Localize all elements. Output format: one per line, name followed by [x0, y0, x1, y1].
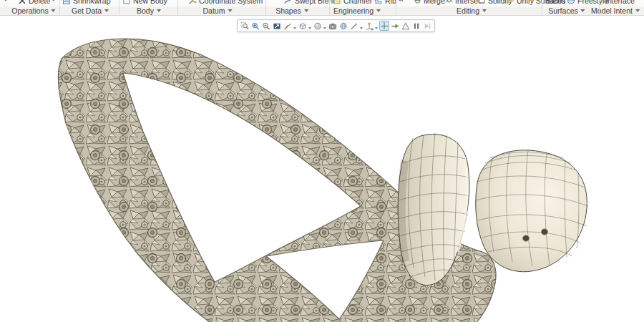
chevron-down-icon[interactable]	[323, 27, 326, 29]
annotation-display-icon[interactable]	[349, 21, 359, 31]
datum-display-icon[interactable]	[364, 21, 374, 31]
group-separator	[329, 0, 330, 15]
chevron-down-icon	[635, 9, 640, 12]
new-body-icon	[122, 0, 131, 5]
refit-icon[interactable]	[272, 21, 282, 31]
group-label-shapes[interactable]: Shapes	[275, 6, 308, 15]
freestyle-button[interactable]: Freestyle	[567, 0, 608, 6]
geometry-display-icon[interactable]	[401, 21, 411, 31]
intersect-icon	[445, 0, 453, 4]
swept-blend-icon	[284, 0, 293, 5]
named-views-icon[interactable]	[298, 21, 308, 31]
blend-button[interactable]: Blend	[546, 0, 565, 6]
repaint-icon[interactable]	[283, 21, 293, 31]
solidify-icon	[478, 0, 486, 4]
group-label-operations[interactable]: Operations	[11, 6, 55, 15]
chevron-down-icon[interactable]	[293, 27, 296, 29]
chevron-down-icon	[52, 9, 56, 12]
perspective-icon[interactable]	[338, 21, 348, 31]
group-separator	[119, 0, 119, 15]
freestyle-icon	[567, 0, 575, 5]
pause-icon[interactable]	[411, 21, 421, 31]
ribbon-group-labels: Operations Get Data Body Datum Shapes En…	[0, 6, 644, 16]
spin-center-icon[interactable]	[379, 21, 389, 31]
zoom-in-icon[interactable]	[250, 21, 260, 31]
graphics-toolbar	[237, 19, 435, 32]
chevron-down-icon	[104, 9, 109, 12]
group-separator	[177, 0, 178, 15]
graphics-area[interactable]	[0, 16, 644, 322]
group-label-datum[interactable]: Datum	[203, 6, 233, 15]
chevron-down-icon	[401, 0, 404, 1]
coordinate-system-icon	[188, 0, 197, 5]
group-label-get-data[interactable]: Get Data	[72, 6, 109, 15]
group-separator	[542, 0, 542, 15]
chevron-down-icon	[157, 9, 161, 12]
delete-icon	[18, 0, 26, 5]
unify-surfaces-icon	[507, 0, 514, 4]
zoom-region-icon[interactable]	[240, 21, 250, 31]
zoom-out-icon[interactable]	[261, 21, 271, 31]
model-viewport[interactable]	[0, 16, 644, 322]
chevron-down-icon	[376, 9, 381, 12]
group-label-editing[interactable]: Editing	[457, 6, 487, 15]
screw-hole	[541, 229, 547, 235]
editing-more-button[interactable]	[401, 0, 404, 6]
group-separator	[396, 0, 396, 15]
group-separator	[265, 0, 266, 15]
chevron-down-icon	[304, 9, 308, 12]
chevron-down-icon[interactable]	[375, 27, 378, 29]
chamfer-button[interactable]: Chamfer	[333, 0, 377, 6]
clipped-button-fragment[interactable]	[4, 0, 7, 6]
coordinate-system-button[interactable]: Coordinate System	[188, 0, 263, 6]
chevron-down-icon	[52, 0, 55, 1]
group-separator	[59, 0, 60, 15]
3d-dragger-icon[interactable]	[390, 21, 400, 31]
display-style-icon[interactable]	[313, 21, 323, 31]
chevron-down-icon[interactable]	[308, 27, 311, 29]
chevron-down-icon[interactable]	[360, 27, 363, 29]
chevron-down-icon	[4, 0, 7, 1]
chevron-down-icon	[581, 9, 585, 12]
interface-button[interactable]: Interface	[605, 0, 635, 6]
new-body-button[interactable]: New Body	[122, 0, 167, 6]
group-separator	[599, 0, 600, 15]
ribbon-button-row: Delete Shrinkwrap New Body Coordinate Sy…	[0, 0, 644, 6]
resume-icon[interactable]	[422, 21, 432, 31]
group-label-body[interactable]: Body	[137, 6, 161, 15]
chevron-down-icon	[482, 9, 487, 12]
rib-icon	[374, 0, 383, 5]
shrinkwrap-icon	[62, 0, 71, 5]
merge-icon	[414, 0, 421, 4]
chevron-down-icon	[228, 9, 232, 12]
chamfer-icon	[333, 0, 341, 5]
group-label-engineering[interactable]: Engineering	[333, 6, 381, 15]
group-label-surfaces[interactable]: Surfaces	[548, 6, 585, 15]
ribbon: Delete Shrinkwrap New Body Coordinate Sy…	[0, 0, 644, 16]
rib-button[interactable]: Rib	[374, 0, 401, 6]
screw-hole	[522, 235, 529, 241]
capture-icon[interactable]	[328, 21, 338, 31]
shrinkwrap-button[interactable]: Shrinkwrap	[62, 0, 111, 6]
delete-button[interactable]: Delete	[18, 0, 55, 6]
pad-component[interactable]	[476, 150, 588, 272]
merge-button[interactable]: Merge	[414, 0, 445, 6]
